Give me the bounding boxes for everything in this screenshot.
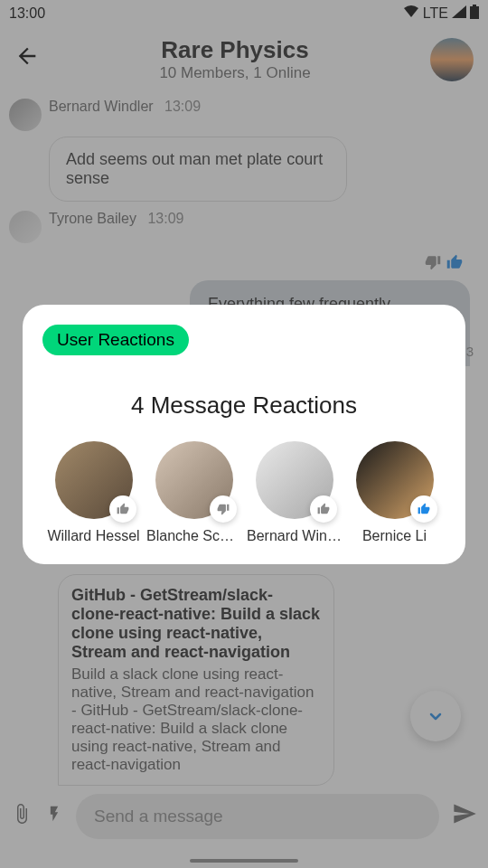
thumbs-up-icon: [410, 495, 437, 523]
reaction-user[interactable]: Blanche Sch…: [146, 441, 241, 544]
reaction-user-list: Willard Hessel Blanche Sch…: [42, 441, 446, 544]
thumbs-up-icon: [310, 495, 337, 523]
modal-overlay[interactable]: User Reactions 4 Message Reactions Willa…: [0, 0, 488, 868]
reactions-pill: User Reactions: [42, 325, 189, 355]
user-name: Bernice Li: [347, 528, 442, 544]
user-name: Willard Hessel: [46, 528, 141, 544]
modal-title: 4 Message Reactions: [42, 392, 446, 420]
thumbs-up-icon: [109, 495, 136, 523]
reactions-modal: User Reactions 4 Message Reactions Willa…: [23, 305, 465, 564]
reaction-user[interactable]: Bernard Wind…: [247, 441, 342, 544]
user-name: Bernard Wind…: [247, 528, 342, 544]
reaction-user[interactable]: Willard Hessel: [46, 441, 141, 544]
user-name: Blanche Sch…: [146, 528, 241, 544]
thumbs-down-icon: [210, 495, 237, 523]
reaction-user[interactable]: Bernice Li: [347, 441, 442, 544]
